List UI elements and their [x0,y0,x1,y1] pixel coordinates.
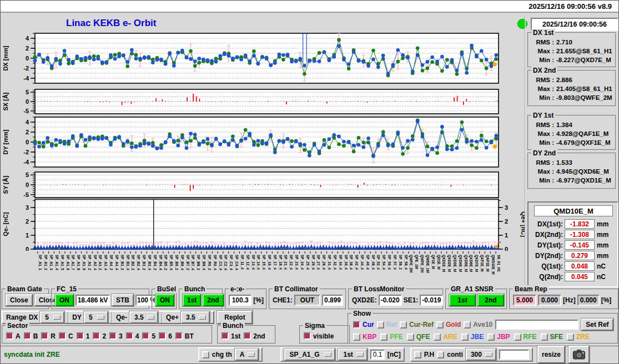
bpm-label: QXD3E_M [452,255,457,272]
stat-row: RMS :2.886 [532,75,613,84]
bpm-label: QFE_1M [414,255,419,269]
sector-checkbox-a[interactable]: A [6,332,21,340]
bpm-label: QXD6E_M [469,255,473,272]
bpm-label: SP_B4_2 [153,255,157,270]
extra-input[interactable] [499,350,529,360]
show-checkbox-sfe[interactable]: SFE [541,333,563,341]
show-checkbox-rfe[interactable]: RFE [514,333,537,341]
qmd-label: DY(2nd): [529,252,563,260]
bpm-label: SP_B5_4 [169,255,173,270]
stat-value: -4.679@QXF1E_M [556,138,611,147]
bpm-label: SP_56_4 [387,255,391,270]
svg-text:2: 2 [26,129,29,135]
gr-a1-1st-button[interactable]: 1st [449,294,476,306]
checkbox-indicator [567,333,574,341]
threshold-unit: [nC] [387,351,401,358]
checkbox-label: BT [185,332,194,340]
show-checkbox-are[interactable]: ARE [434,333,457,341]
set-ref-button[interactable]: Set Ref [581,318,613,331]
qmd-row: DX(2nd):-1.308mm [529,229,615,240]
svg-text:-4: -4 [23,75,29,82]
show-checkbox-gold[interactable]: Gold [436,321,461,328]
checkbox-label: JBE [471,333,484,341]
bpm-label: QXD5E_M [464,255,468,272]
range-qep-dropdown[interactable]: 3.5 [181,311,210,323]
sector-checkbox-b[interactable]: B [24,332,38,340]
sector-checkbox-5[interactable]: 5 [142,332,155,340]
range-dy-label: DY [72,314,82,321]
qmd-unit: mm [597,252,608,260]
sector-checkbox-2[interactable]: 2 [93,332,106,340]
sector-checkbox-6[interactable]: 6 [159,332,172,340]
stat-box-dy-1st: DY 1stRMS :1.384Max :4.928@QAF1E_MMin :-… [527,115,616,150]
resize-button[interactable]: resize [537,346,565,363]
bunch-2nd-button[interactable]: 2nd [203,294,223,306]
stat-value: 4.945@QXD6E_M [556,167,609,176]
bpm-label: SP_A4_2 [109,255,113,270]
busel-on-button[interactable]: ON [155,294,174,306]
bpm-label: SP_52_4 [376,255,380,270]
fc15-stb-button[interactable]: STB [112,294,134,306]
bpm-label: SP_B6_2 [175,255,179,270]
stat-row: Max :4.928@QAF1E_M [532,129,613,138]
bpm-label: SP_A2_2 [88,255,92,270]
sector-checkbox-4[interactable]: 4 [126,332,139,340]
show-checkbox-cur[interactable]: Cur [353,321,374,328]
svg-text:0: 0 [26,246,29,251]
threshold-input[interactable] [370,350,385,360]
checkbox-label: 6 [168,332,172,340]
sector-checkbox-c[interactable]: C [59,332,73,340]
show-checkbox-jbe[interactable]: JBE [461,333,484,341]
chg-th-checkbox[interactable] [202,351,209,358]
mode-dropdown[interactable]: A [235,348,259,361]
bpm-label: SP_38_4 [349,255,353,270]
sector-checkbox-r[interactable]: R [41,332,56,340]
ref-file-input[interactable] [495,320,578,330]
signal-dropdown[interactable]: SP_A1_G [284,348,335,361]
show-checkbox-qfe[interactable]: QFE [407,333,430,341]
stat-value: -9.803@QWFE_2M [556,93,612,102]
bunch-1st-button[interactable]: 1st [183,294,201,306]
checkbox-label: JBP [497,333,510,341]
show-checkbox-cur-ref[interactable]: Cur-Ref [400,321,434,328]
show-checkbox-ave10[interactable]: Ave10 [464,321,492,328]
sector-checkbox-1[interactable]: 1 [77,332,90,340]
ph-checkbox[interactable] [414,351,421,358]
beam-gate-close1-button[interactable]: Close [6,294,33,306]
show-checkbox-pfe[interactable]: PFE [380,333,402,341]
svg-text:0: 0 [26,139,29,145]
gr-a1-2nd-button[interactable]: 2nd [477,294,504,306]
qe-plot: 3210Qe- [nC]3210Qe+ [nC] [1,198,526,251]
sigma-checkbox-visible[interactable]: visible [304,332,334,340]
sector-checkbox-3[interactable]: 3 [109,332,123,340]
show-checkbox-ref[interactable]: Ref [377,321,397,328]
qmd-unit: mm [597,231,608,239]
bunch-checkbox-1st[interactable]: 1st [222,332,240,340]
points-dropdown[interactable]: 300 [466,348,496,361]
se1-readout: -0.019 [420,295,443,306]
svg-text:-5: -5 [23,191,29,198]
bunch-dropdown[interactable]: 1st [338,348,367,361]
bpm-label: QXD1E_M [441,255,446,272]
show-checkbox-jbp[interactable]: JBP [487,333,510,341]
stat-label: Min : [532,176,554,185]
stat-box-dy-2nd: DY 2ndRMS :1.533Max :4.945@QXD6E_MMin :-… [527,153,616,189]
qmd-title: QMD10E_M [534,205,613,216]
conti-checkbox[interactable] [437,351,444,358]
range-qem-dropdown[interactable]: 3.5 [129,311,158,323]
sector-checkbox-bt[interactable]: BT [175,332,194,340]
dy-plot: 420-2-4DY [mm] [1,114,526,170]
camera-button[interactable] [568,346,590,363]
bunch-checkbox-2nd[interactable]: 2nd [244,332,265,340]
show-row-2: KBPPFEQFEAREJBEJBPRFESFEZRE [353,331,614,343]
range-dy-dropdown[interactable]: 5 [84,311,108,323]
stat-row: Max :21.655@S8_61_H1 [532,47,613,55]
stat-value: 2.710 [556,38,572,47]
show-checkbox-zre[interactable]: ZRE [567,333,590,341]
ee-ratio-group: e-:e- 100.3 [%] [225,289,267,310]
show-checkbox-kbp[interactable]: KBP [353,333,376,341]
checkbox-label: 4 [135,332,139,340]
range-dx-dropdown[interactable]: 5 [40,311,64,323]
fc15-on-button[interactable]: ON [55,294,74,306]
bpm-label: SP_B8_4 [202,255,206,270]
